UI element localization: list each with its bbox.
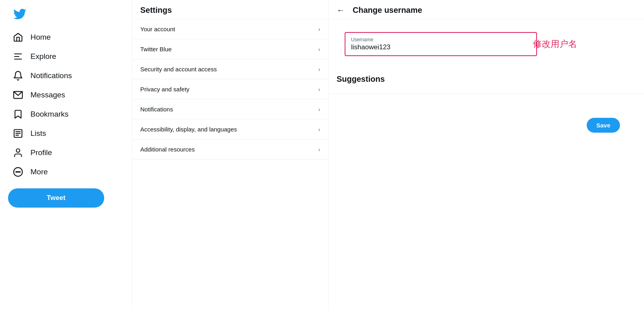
- chevron-right-icon: ›: [318, 66, 320, 73]
- twitter-logo[interactable]: [8, 3, 124, 26]
- tweet-button[interactable]: Tweet: [8, 188, 104, 208]
- settings-accessibility-label: Accessibility, display, and languages: [140, 126, 237, 133]
- lists-icon: [13, 128, 23, 139]
- bookmarks-icon: [13, 109, 23, 119]
- settings-your-account-label: Your account: [140, 26, 175, 32]
- sidebar-item-messages-label: Messages: [30, 91, 65, 99]
- chevron-right-icon: ›: [318, 146, 320, 153]
- chevron-right-icon: ›: [318, 26, 320, 32]
- sidebar-item-explore[interactable]: Explore: [8, 47, 124, 66]
- sidebar-item-bookmarks-label: Bookmarks: [30, 110, 69, 119]
- suggestions-title: Suggestions: [337, 75, 636, 84]
- svg-point-8: [16, 149, 20, 152]
- change-username-panel: ← Change username Username lishaowei123 …: [329, 0, 644, 311]
- sidebar-item-explore-label: Explore: [30, 52, 56, 61]
- change-username-title: Change username: [353, 6, 422, 15]
- username-field-wrapper: Username lishaowei123 修改用户名: [337, 26, 636, 63]
- sidebar-item-lists-label: Lists: [30, 129, 46, 138]
- chevron-right-icon: ›: [318, 126, 320, 133]
- sidebar-item-profile-label: Profile: [30, 148, 52, 157]
- svg-point-10: [16, 172, 17, 172]
- username-label: Username: [351, 37, 531, 42]
- sidebar-nav: Home Explore Notifications: [8, 28, 124, 182]
- sidebar-item-home-label: Home: [30, 33, 51, 42]
- sidebar-item-profile[interactable]: Profile: [8, 143, 124, 162]
- svg-point-12: [19, 172, 20, 172]
- chevron-right-icon: ›: [318, 86, 320, 93]
- back-button[interactable]: ←: [337, 6, 345, 15]
- username-value: lishaowei123: [351, 43, 531, 51]
- home-icon: [13, 32, 23, 42]
- sidebar-item-notifications-label: Notifications: [30, 71, 72, 80]
- settings-item-twitter-blue[interactable]: Twitter Blue ›: [132, 39, 328, 59]
- settings-item-privacy[interactable]: Privacy and safety ›: [132, 79, 328, 99]
- settings-panel: Settings Your account › Twitter Blue › S…: [132, 0, 329, 311]
- profile-icon: [13, 147, 23, 158]
- sidebar-item-bookmarks[interactable]: Bookmarks: [8, 105, 124, 123]
- settings-item-your-account[interactable]: Your account ›: [132, 19, 328, 39]
- settings-twitter-blue-label: Twitter Blue: [140, 46, 172, 53]
- sidebar: Home Explore Notifications: [0, 0, 132, 311]
- username-field-container[interactable]: Username lishaowei123: [345, 32, 537, 56]
- change-username-header: ← Change username: [329, 0, 644, 19]
- settings-notifications-label: Notifications: [140, 106, 173, 113]
- notifications-icon: [13, 71, 23, 81]
- chevron-right-icon: ›: [318, 106, 320, 113]
- settings-item-additional[interactable]: Additional resources ›: [132, 139, 328, 160]
- save-button-container: Save: [579, 112, 628, 138]
- settings-privacy-label: Privacy and safety: [140, 86, 190, 93]
- save-button[interactable]: Save: [587, 118, 620, 133]
- settings-header: Settings: [132, 0, 328, 19]
- back-arrow-icon: ←: [337, 6, 345, 15]
- suggestions-section: Suggestions: [329, 69, 644, 94]
- svg-point-11: [18, 172, 18, 172]
- sidebar-item-messages[interactable]: Messages: [8, 86, 124, 104]
- explore-icon: [13, 51, 23, 62]
- settings-item-notifications[interactable]: Notifications ›: [132, 99, 328, 119]
- sidebar-item-more[interactable]: More: [8, 163, 124, 181]
- sidebar-item-home[interactable]: Home: [8, 28, 124, 46]
- annotation-text: 修改用户名: [533, 38, 577, 50]
- sidebar-item-more-label: More: [30, 168, 48, 176]
- settings-additional-label: Additional resources: [140, 146, 195, 153]
- chevron-right-icon: ›: [318, 46, 320, 53]
- settings-item-accessibility[interactable]: Accessibility, display, and languages ›: [132, 119, 328, 139]
- sidebar-item-lists[interactable]: Lists: [8, 124, 124, 143]
- messages-icon: [13, 90, 23, 100]
- more-icon: [13, 167, 23, 177]
- settings-security-label: Security and account access: [140, 66, 217, 73]
- sidebar-item-notifications[interactable]: Notifications: [8, 67, 124, 85]
- settings-item-security[interactable]: Security and account access ›: [132, 59, 328, 79]
